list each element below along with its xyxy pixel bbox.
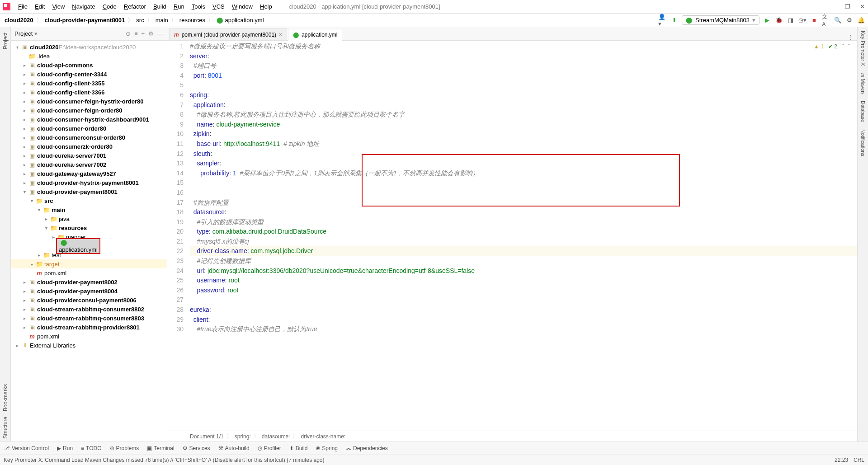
code-line[interactable]: #记得先创建数据库	[190, 256, 857, 266]
gutter-line[interactable]: 1	[167, 42, 184, 52]
code-line[interactable]: driver-class-name: com.mysql.jdbc.Driver	[190, 246, 857, 256]
tree-node-cloud-gateway-gateway9527[interactable]: ▸▣cloud-gateway-gateway9527	[11, 169, 167, 178]
menu-file[interactable]: File	[14, 2, 31, 11]
settings-icon[interactable]: ⚙	[148, 30, 154, 37]
gutter-line[interactable]: 22	[167, 246, 184, 256]
code-editor[interactable]: ▲ 1 ✔︎ 2 ˆˇ 1234567891011121314151617181…	[167, 41, 857, 431]
gutter[interactable]: 1234567891011121314151617181920212223242…	[167, 41, 190, 431]
maximize-button[interactable]: ❐	[844, 3, 851, 10]
tool-services[interactable]: ⚙Services	[183, 445, 210, 451]
code-line[interactable]: #mysql5.x的没有cj	[190, 237, 857, 247]
gutter-line[interactable]: 18	[167, 207, 184, 217]
gutter-line[interactable]: 17	[167, 198, 184, 208]
editor-crumb[interactable]: spring:	[235, 433, 251, 440]
tree-node-External Libraries[interactable]: ▸⫴External Libraries	[11, 341, 167, 350]
collapse-icon[interactable]: ÷	[142, 30, 145, 37]
gutter-line[interactable]: 19	[167, 217, 184, 227]
tool-todo[interactable]: ≡TODO	[81, 445, 101, 451]
breadcrumb-item[interactable]: ⬤ application.yml	[215, 17, 266, 23]
tool-auto-build[interactable]: ⚒Auto-build	[218, 445, 250, 451]
breadcrumb-item[interactable]: cloud-provider-payment8001	[43, 17, 127, 23]
menu-code[interactable]: Code	[99, 2, 120, 11]
search-icon[interactable]: 🔍	[834, 16, 842, 24]
tool-problems[interactable]: ⊘Problems	[110, 445, 139, 451]
gutter-line[interactable]: 20	[167, 227, 184, 237]
tree-node-cloud-provider-payment8002[interactable]: ▸▣cloud-provider-payment8002	[11, 277, 167, 287]
gutter-line[interactable]: 30	[167, 324, 184, 334]
code-line[interactable]: name: cloud-payment-service	[190, 120, 857, 130]
menu-navigate[interactable]: Navigate	[68, 2, 99, 11]
breadcrumb-item[interactable]: main	[154, 17, 170, 23]
menu-build[interactable]: Build	[150, 2, 170, 11]
menu-tools[interactable]: Tools	[188, 2, 209, 11]
tree-node-cloud-provider-hystrix-payment8001[interactable]: ▸▣cloud-provider-hystrix-payment8001	[11, 178, 167, 187]
user-icon[interactable]: 👤▾	[658, 16, 666, 24]
tree-node-cloud-consumerzk-order80[interactable]: ▸▣cloud-consumerzk-order80	[11, 142, 167, 151]
tree-node-src[interactable]: ▾📁src	[11, 196, 167, 205]
breadcrumb-item[interactable]: cloud2020	[3, 17, 35, 23]
tool-version-control[interactable]: ⎇Version Control	[4, 445, 49, 451]
tree-node-cloud-config-client-3355[interactable]: ▸▣cloud-config-client-3355	[11, 79, 167, 88]
code-line[interactable]: spring:	[190, 90, 857, 100]
close-button[interactable]: ✕	[859, 3, 865, 10]
editor-breadcrumbs[interactable]: Document 1/1〉spring:〉datasource:〉driver-…	[167, 431, 857, 442]
breadcrumb-item[interactable]: src	[134, 17, 146, 23]
tree-node-cloud-consumer-feign-order80[interactable]: ▸▣cloud-consumer-feign-order80	[11, 106, 167, 115]
gutter-line[interactable]: 25	[167, 276, 184, 286]
code-line[interactable]: port: 8001	[190, 71, 857, 81]
gutter-line[interactable]: 12	[167, 149, 184, 159]
gutter-line[interactable]: 28	[167, 305, 184, 315]
code-line[interactable]: sampler:	[190, 159, 857, 169]
translate-icon[interactable]: 文A	[822, 16, 830, 24]
code-line[interactable]: #端口号	[190, 61, 857, 71]
gutter-line[interactable]: 29	[167, 315, 184, 325]
inspection-widget[interactable]: ▲ 1 ✔︎ 2 ˆˇ	[814, 43, 850, 50]
tree-node-cloud-config-client-3366[interactable]: ▸▣cloud-config-client-3366	[11, 88, 167, 97]
tree-node-cloud-eureka-server7002[interactable]: ▸▣cloud-eureka-server7002	[11, 160, 167, 169]
tree-node-cloud-provider-payment8001[interactable]: ▾▣cloud-provider-payment8001	[11, 187, 167, 196]
coverage-button[interactable]: ◨	[787, 16, 795, 24]
code-line[interactable]: #引入的数据库驱动类型	[190, 217, 857, 227]
gutter-line[interactable]: 15	[167, 178, 184, 188]
gutter-line[interactable]: 27	[167, 295, 184, 305]
code-line[interactable]: #true表示向注册中心注册自己，默认为true	[190, 324, 857, 334]
menu-refactor[interactable]: Refactor	[120, 2, 150, 11]
database-tab[interactable]: Database	[860, 97, 866, 126]
menu-edit[interactable]: Edit	[31, 2, 48, 11]
tree-node-cloud-consumer-hystrix-dashboard9001[interactable]: ▸▣cloud-consumer-hystrix-dashboard9001	[11, 115, 167, 124]
editor-crumb[interactable]: Document 1/1	[190, 433, 224, 440]
stop-button[interactable]: ■	[810, 16, 818, 24]
tree-node-cloud-providerconsul-payment8006[interactable]: ▸▣cloud-providerconsul-payment8006	[11, 296, 167, 305]
editor-tab[interactable]: ⬤application.yml	[288, 29, 342, 41]
notify-icon[interactable]: 🔔	[857, 16, 865, 24]
tab-menu-icon[interactable]: ⋮	[844, 33, 857, 40]
code-line[interactable]: server:	[190, 52, 857, 61]
code-line[interactable]: username: root	[190, 276, 857, 286]
code-line[interactable]: url: jdbc:mysql://localhost:3306/db2020?…	[190, 266, 857, 276]
gutter-line[interactable]: 26	[167, 286, 184, 296]
gutter-line[interactable]: 9	[167, 120, 184, 130]
hide-icon[interactable]: —	[157, 30, 163, 37]
code-line[interactable]: application:	[190, 100, 857, 110]
tool-run[interactable]: ▶Run	[57, 445, 73, 451]
tree-node-java[interactable]: ▸📁java	[11, 214, 167, 223]
tree-node-cloud-stream-rabbitmq-consumer8803[interactable]: ▸▣cloud-stream-rabbitmq-consumer8803	[11, 314, 167, 323]
gutter-line[interactable]: 13	[167, 159, 184, 169]
select-opened-icon[interactable]: ⊙	[126, 30, 131, 37]
maven-tab[interactable]: m Maven	[860, 70, 866, 97]
tree-node-cloud-stream-rabbitmq-consumer8802[interactable]: ▸▣cloud-stream-rabbitmq-consumer8802	[11, 305, 167, 314]
tree-node-pom-xml[interactable]: mpom.xml	[11, 268, 167, 277]
tree-node-cloud-consumerconsul-order80[interactable]: ▸▣cloud-consumerconsul-order80	[11, 133, 167, 142]
tree-node-cloud-stream-rabbitmq-provider8801[interactable]: ▸▣cloud-stream-rabbitmq-provider8801	[11, 323, 167, 332]
gutter-line[interactable]: 7	[167, 100, 184, 110]
code-line[interactable]: zipkin:	[190, 129, 857, 139]
code-line[interactable]	[190, 188, 857, 198]
code-line[interactable]: #数据库配置	[190, 198, 857, 208]
code-line[interactable]	[190, 295, 857, 305]
tree-node-application-yml[interactable]: ⬤ application.yml	[11, 241, 167, 250]
minimize-button[interactable]: —	[830, 3, 836, 10]
editor-tab[interactable]: mpom.xml (cloud-provider-payment8001)×	[169, 28, 287, 40]
gutter-line[interactable]: 8	[167, 110, 184, 120]
tree-node-cloud-consumer-order80[interactable]: ▸▣cloud-consumer-order80	[11, 124, 167, 133]
gutter-line[interactable]: 6	[167, 90, 184, 100]
